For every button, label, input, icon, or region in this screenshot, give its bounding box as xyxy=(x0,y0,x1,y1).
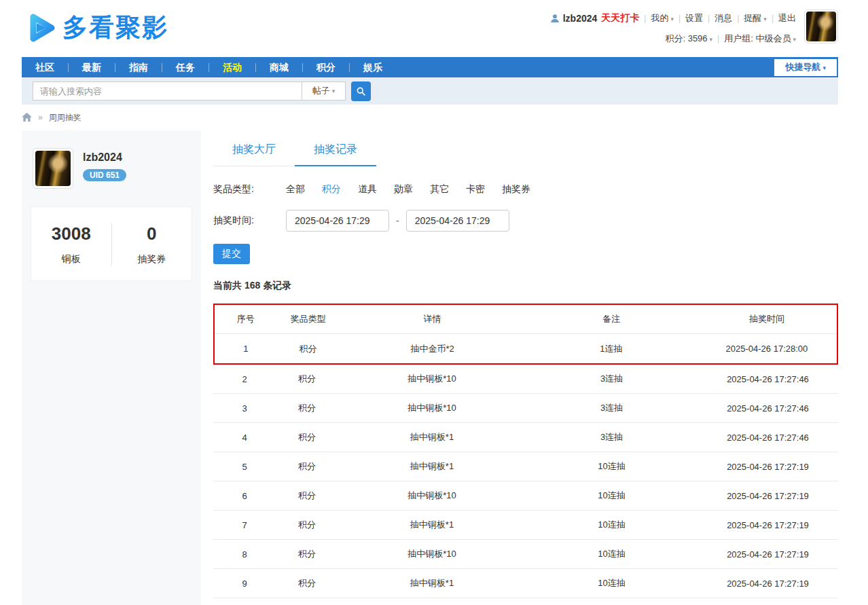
prize-type-filter: 奖品类型: 全部积分道具勋章其它卡密抽奖券 xyxy=(213,183,838,196)
filter-option-medals[interactable]: 勋章 xyxy=(394,183,413,196)
filter-option-all[interactable]: 全部 xyxy=(286,183,305,196)
cell: 2025-04-26 17:28:00 xyxy=(697,344,837,354)
table-header-row: 序号奖品类型详情备注抽奖时间 xyxy=(215,305,837,334)
cell: 3连抽 xyxy=(526,402,698,414)
filter-option-credits[interactable]: 积分 xyxy=(322,183,341,196)
cell: 3连抽 xyxy=(526,431,698,443)
search-input[interactable] xyxy=(33,81,302,100)
breadcrumb-separator: » xyxy=(38,113,43,122)
cell: 2025-04-26 17:27:19 xyxy=(698,462,838,472)
search-button[interactable] xyxy=(351,81,371,101)
tab-lottery-hall[interactable]: 抽奖大厅 xyxy=(213,139,295,166)
nav-item-activity[interactable]: 活动 xyxy=(209,57,255,77)
credits-dropdown[interactable]: 积分: 3596▾ xyxy=(665,33,712,45)
nav-item-latest[interactable]: 最新 xyxy=(69,57,115,77)
menu-item-notifications[interactable]: 提醒▾ xyxy=(744,12,767,24)
nav-item-guide[interactable]: 指南 xyxy=(115,57,162,77)
table-body: 2积分抽中铜板*103连抽2025-04-26 17:27:463积分抽中铜板*… xyxy=(213,365,838,605)
menu-divider: | xyxy=(679,14,681,23)
cell: 积分 xyxy=(276,548,338,560)
cell: 2025-04-26 17:27:46 xyxy=(698,433,838,443)
user-menu: lzb2024 天天打卡 |我的▾|设置|消息|提醒▾|退出 xyxy=(550,10,796,24)
nav-item-credits[interactable]: 积分 xyxy=(303,57,349,77)
credits-value: 积分: 3596 xyxy=(665,33,707,43)
nav-item-entertainment[interactable]: 娱乐 xyxy=(350,57,396,77)
header-avatar[interactable] xyxy=(804,10,838,43)
chevron-down-icon: ▾ xyxy=(793,36,796,43)
chevron-down-icon: ▾ xyxy=(332,88,336,94)
search-scope-label: 帖子 xyxy=(312,85,330,97)
prize-type-options: 全部积分道具勋章其它卡密抽奖券 xyxy=(286,183,530,196)
draw-time-label: 抽奖时间: xyxy=(213,215,286,227)
cell: 9 xyxy=(213,579,276,589)
filter-option-cardkey[interactable]: 卡密 xyxy=(466,183,485,196)
user-info: lzb2024 天天打卡 |我的▾|设置|消息|提醒▾|退出 积分: 3596▾… xyxy=(550,10,796,45)
cell: 2025-04-26 17:27:19 xyxy=(698,491,838,501)
cell: 积分 xyxy=(276,460,338,473)
table-row: 9积分抽中铜板*110连抽2025-04-26 17:27:19 xyxy=(213,569,838,598)
nav-item-mall[interactable]: 商城 xyxy=(256,57,302,77)
cell: 2025-04-26 17:27:19 xyxy=(698,549,838,560)
breadcrumb-current: 周周抽奖 xyxy=(49,112,82,124)
filter-option-other[interactable]: 其它 xyxy=(430,183,449,196)
divider: | xyxy=(717,34,719,43)
tab-lottery-records[interactable]: 抽奖记录 xyxy=(295,139,376,166)
cell: 10连抽 xyxy=(526,519,698,531)
time-from-input[interactable] xyxy=(286,210,389,232)
submit-button[interactable]: 提交 xyxy=(213,244,250,264)
prize-type-label: 奖品类型: xyxy=(213,183,286,196)
user-icon xyxy=(550,14,560,23)
avatar-image xyxy=(806,12,836,41)
cell: 3连抽 xyxy=(526,373,698,385)
search-bar: 帖子▾ xyxy=(22,77,838,105)
quick-nav-button[interactable]: 快捷导航▾ xyxy=(774,59,837,76)
menu-item-messages[interactable]: 消息 xyxy=(715,12,732,24)
search-scope-dropdown[interactable]: 帖子▾ xyxy=(302,81,346,100)
main-navbar: 社区最新指南任务活动商城积分娱乐 快捷导航▾ xyxy=(22,57,838,77)
stat-value: 3008 xyxy=(31,223,111,244)
usergroup-value: 用户组: 中级会员 xyxy=(724,33,791,43)
cell: 积分 xyxy=(276,402,338,414)
cell: 抽中铜板*10 xyxy=(338,402,526,414)
table-header-note: 备注 xyxy=(526,313,697,325)
draw-time-filter: 抽奖时间: - xyxy=(213,210,838,232)
nav-item-tasks[interactable]: 任务 xyxy=(162,57,209,77)
site-logo[interactable]: 多看聚影 xyxy=(22,9,168,47)
profile-sidebar: lzb2024 UID 651 3008 铜板 0 抽奖券 xyxy=(22,130,201,605)
cell: 1连抽 xyxy=(526,343,697,355)
filter-option-props[interactable]: 道具 xyxy=(358,183,377,196)
menu-divider: | xyxy=(708,14,710,23)
cell: 抽中铜板*1 xyxy=(338,460,526,473)
username-link[interactable]: lzb2024 xyxy=(563,13,598,24)
cell: 10连抽 xyxy=(526,577,698,589)
table-row: 1积分抽中金币*21连抽2025-04-26 17:28:00 xyxy=(215,334,837,363)
menu-item-settings[interactable]: 设置 xyxy=(685,12,703,24)
time-range-separator: - xyxy=(396,215,399,226)
cell: 8 xyxy=(213,549,276,560)
cell: 抽中铜板*1 xyxy=(338,431,526,443)
profile-info: lzb2024 UID 651 xyxy=(83,148,126,189)
table-header-index: 序号 xyxy=(215,313,277,325)
table-row: 2积分抽中铜板*103连抽2025-04-26 17:27:46 xyxy=(213,365,838,394)
profile-card: lzb2024 UID 651 xyxy=(22,130,201,189)
menu-item-mine[interactable]: 我的▾ xyxy=(651,12,674,24)
usergroup-dropdown[interactable]: 用户组: 中级会员▾ xyxy=(724,33,796,45)
time-to-input[interactable] xyxy=(406,210,509,232)
cell: 抽中铜板*10 xyxy=(338,548,526,560)
cell: 积分 xyxy=(276,431,338,443)
avatar-image xyxy=(35,151,71,186)
nav-item-community[interactable]: 社区 xyxy=(22,57,68,77)
table-row: 6积分抽中铜板*1010连抽2025-04-26 17:27:19 xyxy=(213,481,838,511)
stats-card: 3008 铜板 0 抽奖券 xyxy=(31,206,192,281)
daily-checkin-link[interactable]: 天天打卡 xyxy=(601,12,639,24)
stat-value: 0 xyxy=(112,223,192,244)
sidebar-avatar[interactable] xyxy=(33,148,73,189)
home-icon[interactable] xyxy=(22,113,32,122)
cell: 抽中铜板*1 xyxy=(338,519,526,531)
table-row: 4积分抽中铜板*13连抽2025-04-26 17:27:46 xyxy=(213,423,838,452)
page-content: lzb2024 UID 651 3008 铜板 0 抽奖券 抽奖大厅 抽奖记录 … xyxy=(22,130,838,605)
records-table: 序号奖品类型详情备注抽奖时间 1积分抽中金币*21连抽2025-04-26 17… xyxy=(213,304,838,605)
cell: 10连抽 xyxy=(526,490,698,502)
menu-item-logout[interactable]: 退出 xyxy=(778,12,796,24)
filter-option-ticket[interactable]: 抽奖券 xyxy=(502,183,530,196)
